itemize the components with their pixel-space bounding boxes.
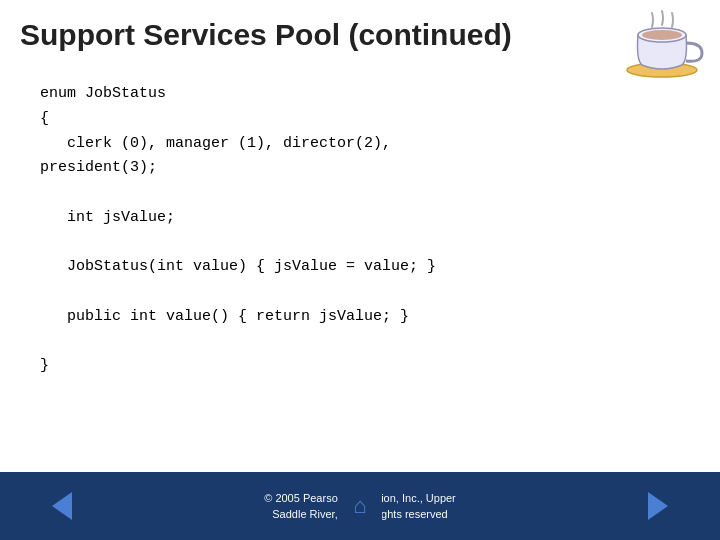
arrow-right-icon	[648, 492, 668, 520]
code-line-president: president(3);	[40, 156, 680, 181]
arrow-left-icon	[52, 492, 72, 520]
code-line-jsvalue: int jsValue;	[40, 206, 680, 231]
code-line-open-brace: {	[40, 107, 680, 132]
slide: Support Services Pool (continued) enum J…	[0, 0, 720, 540]
code-content-area: enum JobStatus { clerk (0), manager (1),…	[0, 62, 720, 389]
code-line-constructor: JobStatus(int value) { jsValue = value; …	[40, 255, 680, 280]
code-line-blank4	[40, 330, 680, 355]
nav-home-button[interactable]: ⌂	[338, 484, 382, 528]
code-line-value-method: public int value() { return jsValue; }	[40, 305, 680, 330]
title-bar: Support Services Pool (continued)	[0, 0, 720, 62]
code-line-blank3	[40, 280, 680, 305]
code-line-enum: enum JobStatus	[40, 82, 680, 107]
code-line-clerk: clerk (0), manager (1), director(2),	[40, 132, 680, 157]
nav-forward-button[interactable]	[636, 484, 680, 528]
home-icon: ⌂	[353, 493, 366, 519]
bottom-nav-bar: © 2005 Pearson Education, Inc., Upper Sa…	[0, 472, 720, 540]
code-block: enum JobStatus { clerk (0), manager (1),…	[40, 82, 680, 379]
coffee-cup-illustration	[620, 5, 710, 80]
svg-point-2	[642, 30, 682, 40]
code-line-close-brace: }	[40, 354, 680, 379]
code-line-blank2	[40, 231, 680, 256]
slide-title: Support Services Pool (continued)	[20, 18, 512, 51]
code-line-blank1	[40, 181, 680, 206]
nav-back-button[interactable]	[40, 484, 84, 528]
